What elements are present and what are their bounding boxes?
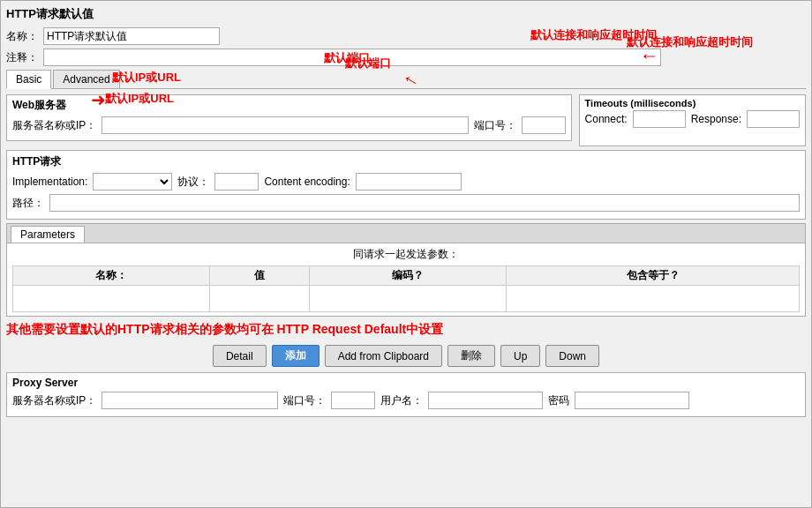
- name-label: 名称：: [6, 29, 38, 44]
- col-name-header: 名称：: [13, 266, 210, 286]
- down-button[interactable]: Down: [545, 345, 599, 367]
- name-input[interactable]: [43, 27, 220, 45]
- connect-label: Connect:: [585, 113, 628, 125]
- timeouts-section: Timeouts (milliseconds) Connect: Respons…: [579, 94, 806, 146]
- proxy-port-input[interactable]: [331, 392, 375, 409]
- other-params-annotation: 其他需要设置默认的HTTP请求相关的参数均可在 HTTP Request Def…: [6, 322, 806, 338]
- up-button[interactable]: Up: [500, 345, 540, 367]
- main-window: HTTP请求默认值 名称： 注释： Basic Advanced 默认IP或UR…: [0, 0, 812, 508]
- path-input[interactable]: [49, 194, 800, 212]
- http-request-label: HTTP请求: [12, 154, 800, 169]
- send-together-label: 同请求一起发送参数：: [12, 247, 800, 262]
- tabs-bar: Basic Advanced: [6, 70, 806, 89]
- col-encoded-header: 编码？: [310, 266, 507, 286]
- parameters-section: Parameters 同请求一起发送参数： 名称： 值 编码？ 包含等于？: [6, 223, 806, 317]
- content-encoding-label: Content encoding:: [264, 176, 350, 188]
- web-server-label: Web服务器: [12, 98, 566, 113]
- comment-input[interactable]: [43, 49, 661, 66]
- proxy-username-label: 用户名：: [380, 393, 423, 408]
- implementation-select[interactable]: [93, 173, 172, 190]
- add-button[interactable]: 添加: [272, 345, 320, 367]
- proxy-section: Proxy Server 服务器名称或IP： 端口号： 用户名： 密码: [6, 372, 806, 417]
- server-label: 服务器名称或IP：: [12, 118, 96, 133]
- content-encoding-input[interactable]: [356, 173, 462, 190]
- parameters-table: 名称： 值 编码？ 包含等于？: [12, 265, 800, 312]
- path-row: 路径：: [12, 194, 800, 212]
- protocol-label: 协议：: [177, 175, 209, 190]
- proxy-title: Proxy Server: [12, 377, 800, 389]
- name-row: 名称：: [6, 27, 806, 45]
- timeouts-label: Timeouts (milliseconds): [585, 98, 800, 108]
- detail-button[interactable]: Detail: [213, 345, 267, 367]
- table-row: [13, 286, 800, 312]
- window-title: HTTP请求默认值: [6, 6, 806, 22]
- params-tab-bar: Parameters: [7, 224, 805, 243]
- tab-advanced[interactable]: Advanced: [53, 70, 119, 88]
- parameters-tab[interactable]: Parameters: [11, 226, 85, 243]
- buttons-row: Detail 添加 Add from Clipboard 删除 Up Down: [6, 345, 806, 367]
- web-server-section: Web服务器 服务器名称或IP： 端口号：: [6, 94, 572, 141]
- proxy-username-input[interactable]: [428, 392, 543, 409]
- http-request-section: HTTP请求 Implementation: 协议： Content encod…: [6, 150, 806, 220]
- port-input[interactable]: [522, 116, 566, 134]
- comment-row: 注释：: [6, 49, 806, 66]
- proxy-password-input[interactable]: [575, 392, 689, 409]
- comment-label: 注释：: [6, 50, 38, 65]
- server-input[interactable]: [102, 116, 468, 134]
- params-inner: 同请求一起发送参数： 名称： 值 编码？ 包含等于？: [7, 243, 805, 316]
- proxy-server-input[interactable]: [102, 392, 278, 409]
- col-value-header: 值: [209, 266, 310, 286]
- port-label: 端口号：: [474, 118, 516, 133]
- http-request-row1: Implementation: 协议： Content encoding:: [12, 173, 800, 190]
- response-label: Response:: [691, 113, 741, 125]
- proxy-password-label: 密码: [548, 393, 569, 408]
- proxy-port-label: 端口号：: [283, 393, 326, 408]
- response-input[interactable]: [747, 110, 800, 128]
- table-header-row: 名称： 值 编码？ 包含等于？: [13, 266, 800, 286]
- protocol-input[interactable]: [214, 173, 259, 190]
- proxy-server-label: 服务器名称或IP：: [12, 393, 96, 408]
- path-label: 路径：: [12, 196, 44, 211]
- implementation-label: Implementation:: [12, 176, 87, 188]
- params-table-body: [13, 286, 800, 312]
- proxy-row: 服务器名称或IP： 端口号： 用户名： 密码: [12, 392, 800, 409]
- server-row: 服务器名称或IP： 端口号：: [12, 116, 566, 134]
- add-from-clipboard-button[interactable]: Add from Clipboard: [325, 345, 442, 367]
- delete-button[interactable]: 删除: [447, 345, 495, 367]
- timeouts-row: Connect: Response:: [585, 110, 800, 128]
- tab-basic[interactable]: Basic: [6, 70, 51, 89]
- connect-input[interactable]: [633, 110, 686, 128]
- col-include-equals-header: 包含等于？: [507, 266, 800, 286]
